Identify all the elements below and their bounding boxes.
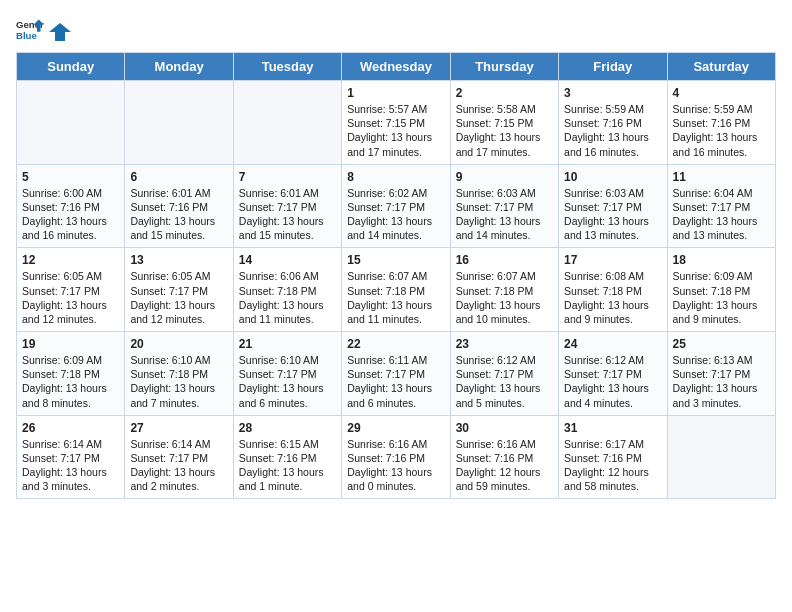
calendar-cell: 18Sunrise: 6:09 AM Sunset: 7:18 PM Dayli…	[667, 248, 775, 332]
calendar-cell: 12Sunrise: 6:05 AM Sunset: 7:17 PM Dayli…	[17, 248, 125, 332]
day-info: Sunrise: 6:14 AM Sunset: 7:17 PM Dayligh…	[130, 437, 227, 494]
day-number: 20	[130, 337, 227, 351]
day-info: Sunrise: 5:57 AM Sunset: 7:15 PM Dayligh…	[347, 102, 444, 159]
day-number: 17	[564, 253, 661, 267]
day-info: Sunrise: 6:13 AM Sunset: 7:17 PM Dayligh…	[673, 353, 770, 410]
day-info: Sunrise: 6:09 AM Sunset: 7:18 PM Dayligh…	[22, 353, 119, 410]
calendar-cell: 27Sunrise: 6:14 AM Sunset: 7:17 PM Dayli…	[125, 415, 233, 499]
day-info: Sunrise: 6:08 AM Sunset: 7:18 PM Dayligh…	[564, 269, 661, 326]
calendar-cell: 3Sunrise: 5:59 AM Sunset: 7:16 PM Daylig…	[559, 81, 667, 165]
header-row: SundayMondayTuesdayWednesdayThursdayFrid…	[17, 53, 776, 81]
day-number: 27	[130, 421, 227, 435]
calendar-cell: 11Sunrise: 6:04 AM Sunset: 7:17 PM Dayli…	[667, 164, 775, 248]
day-number: 10	[564, 170, 661, 184]
col-header-monday: Monday	[125, 53, 233, 81]
calendar-cell: 31Sunrise: 6:17 AM Sunset: 7:16 PM Dayli…	[559, 415, 667, 499]
calendar-cell: 22Sunrise: 6:11 AM Sunset: 7:17 PM Dayli…	[342, 332, 450, 416]
day-info: Sunrise: 6:10 AM Sunset: 7:17 PM Dayligh…	[239, 353, 336, 410]
day-number: 29	[347, 421, 444, 435]
svg-text:Blue: Blue	[16, 30, 37, 41]
calendar-cell: 25Sunrise: 6:13 AM Sunset: 7:17 PM Dayli…	[667, 332, 775, 416]
col-header-thursday: Thursday	[450, 53, 558, 81]
day-number: 19	[22, 337, 119, 351]
day-info: Sunrise: 6:05 AM Sunset: 7:17 PM Dayligh…	[22, 269, 119, 326]
day-number: 12	[22, 253, 119, 267]
calendar-cell: 23Sunrise: 6:12 AM Sunset: 7:17 PM Dayli…	[450, 332, 558, 416]
calendar-cell: 7Sunrise: 6:01 AM Sunset: 7:17 PM Daylig…	[233, 164, 341, 248]
calendar-cell: 16Sunrise: 6:07 AM Sunset: 7:18 PM Dayli…	[450, 248, 558, 332]
col-header-friday: Friday	[559, 53, 667, 81]
week-row-4: 19Sunrise: 6:09 AM Sunset: 7:18 PM Dayli…	[17, 332, 776, 416]
day-info: Sunrise: 5:58 AM Sunset: 7:15 PM Dayligh…	[456, 102, 553, 159]
day-number: 6	[130, 170, 227, 184]
week-row-2: 5Sunrise: 6:00 AM Sunset: 7:16 PM Daylig…	[17, 164, 776, 248]
day-info: Sunrise: 6:16 AM Sunset: 7:16 PM Dayligh…	[456, 437, 553, 494]
logo-icon: General Blue	[16, 16, 44, 44]
day-info: Sunrise: 6:00 AM Sunset: 7:16 PM Dayligh…	[22, 186, 119, 243]
day-number: 11	[673, 170, 770, 184]
calendar-cell: 6Sunrise: 6:01 AM Sunset: 7:16 PM Daylig…	[125, 164, 233, 248]
logo: General Blue	[16, 16, 72, 44]
day-number: 13	[130, 253, 227, 267]
day-info: Sunrise: 6:01 AM Sunset: 7:17 PM Dayligh…	[239, 186, 336, 243]
day-number: 7	[239, 170, 336, 184]
calendar-cell: 17Sunrise: 6:08 AM Sunset: 7:18 PM Dayli…	[559, 248, 667, 332]
calendar-cell: 1Sunrise: 5:57 AM Sunset: 7:15 PM Daylig…	[342, 81, 450, 165]
day-info: Sunrise: 6:05 AM Sunset: 7:17 PM Dayligh…	[130, 269, 227, 326]
day-number: 31	[564, 421, 661, 435]
day-number: 25	[673, 337, 770, 351]
day-number: 2	[456, 86, 553, 100]
day-info: Sunrise: 6:15 AM Sunset: 7:16 PM Dayligh…	[239, 437, 336, 494]
day-number: 18	[673, 253, 770, 267]
day-info: Sunrise: 6:12 AM Sunset: 7:17 PM Dayligh…	[564, 353, 661, 410]
calendar-table: SundayMondayTuesdayWednesdayThursdayFrid…	[16, 52, 776, 499]
day-info: Sunrise: 6:11 AM Sunset: 7:17 PM Dayligh…	[347, 353, 444, 410]
day-info: Sunrise: 6:06 AM Sunset: 7:18 PM Dayligh…	[239, 269, 336, 326]
week-row-3: 12Sunrise: 6:05 AM Sunset: 7:17 PM Dayli…	[17, 248, 776, 332]
day-number: 23	[456, 337, 553, 351]
calendar-cell	[17, 81, 125, 165]
day-number: 21	[239, 337, 336, 351]
day-info: Sunrise: 6:07 AM Sunset: 7:18 PM Dayligh…	[347, 269, 444, 326]
day-info: Sunrise: 6:01 AM Sunset: 7:16 PM Dayligh…	[130, 186, 227, 243]
calendar-cell: 5Sunrise: 6:00 AM Sunset: 7:16 PM Daylig…	[17, 164, 125, 248]
calendar-cell: 29Sunrise: 6:16 AM Sunset: 7:16 PM Dayli…	[342, 415, 450, 499]
calendar-cell: 13Sunrise: 6:05 AM Sunset: 7:17 PM Dayli…	[125, 248, 233, 332]
calendar-cell	[233, 81, 341, 165]
page-header: General Blue	[16, 16, 776, 44]
calendar-cell: 2Sunrise: 5:58 AM Sunset: 7:15 PM Daylig…	[450, 81, 558, 165]
calendar-cell: 14Sunrise: 6:06 AM Sunset: 7:18 PM Dayli…	[233, 248, 341, 332]
day-info: Sunrise: 6:04 AM Sunset: 7:17 PM Dayligh…	[673, 186, 770, 243]
calendar-cell: 10Sunrise: 6:03 AM Sunset: 7:17 PM Dayli…	[559, 164, 667, 248]
day-info: Sunrise: 6:10 AM Sunset: 7:18 PM Dayligh…	[130, 353, 227, 410]
col-header-tuesday: Tuesday	[233, 53, 341, 81]
day-info: Sunrise: 6:03 AM Sunset: 7:17 PM Dayligh…	[456, 186, 553, 243]
day-number: 26	[22, 421, 119, 435]
col-header-saturday: Saturday	[667, 53, 775, 81]
calendar-cell: 24Sunrise: 6:12 AM Sunset: 7:17 PM Dayli…	[559, 332, 667, 416]
day-info: Sunrise: 5:59 AM Sunset: 7:16 PM Dayligh…	[673, 102, 770, 159]
day-number: 22	[347, 337, 444, 351]
calendar-cell: 8Sunrise: 6:02 AM Sunset: 7:17 PM Daylig…	[342, 164, 450, 248]
day-info: Sunrise: 6:07 AM Sunset: 7:18 PM Dayligh…	[456, 269, 553, 326]
week-row-1: 1Sunrise: 5:57 AM Sunset: 7:15 PM Daylig…	[17, 81, 776, 165]
day-info: Sunrise: 6:17 AM Sunset: 7:16 PM Dayligh…	[564, 437, 661, 494]
calendar-cell	[125, 81, 233, 165]
logo-flag-icon	[49, 21, 71, 43]
day-number: 4	[673, 86, 770, 100]
calendar-cell: 19Sunrise: 6:09 AM Sunset: 7:18 PM Dayli…	[17, 332, 125, 416]
day-number: 28	[239, 421, 336, 435]
day-number: 8	[347, 170, 444, 184]
day-number: 1	[347, 86, 444, 100]
day-info: Sunrise: 6:16 AM Sunset: 7:16 PM Dayligh…	[347, 437, 444, 494]
day-number: 24	[564, 337, 661, 351]
svg-marker-4	[49, 23, 71, 41]
day-info: Sunrise: 6:14 AM Sunset: 7:17 PM Dayligh…	[22, 437, 119, 494]
week-row-5: 26Sunrise: 6:14 AM Sunset: 7:17 PM Dayli…	[17, 415, 776, 499]
day-info: Sunrise: 6:03 AM Sunset: 7:17 PM Dayligh…	[564, 186, 661, 243]
col-header-sunday: Sunday	[17, 53, 125, 81]
day-info: Sunrise: 6:09 AM Sunset: 7:18 PM Dayligh…	[673, 269, 770, 326]
calendar-cell: 26Sunrise: 6:14 AM Sunset: 7:17 PM Dayli…	[17, 415, 125, 499]
day-number: 9	[456, 170, 553, 184]
calendar-cell: 9Sunrise: 6:03 AM Sunset: 7:17 PM Daylig…	[450, 164, 558, 248]
